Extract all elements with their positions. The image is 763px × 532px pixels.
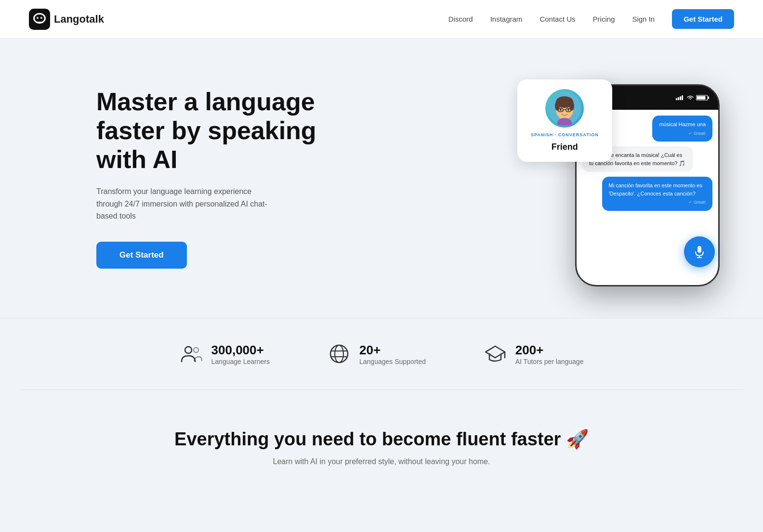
svg-point-10 — [555, 101, 560, 111]
hero-title: Master a language faster by speaking wit… — [96, 88, 328, 174]
hero-section: Master a language faster by speaking wit… — [0, 39, 763, 318]
stat-learners: 300,000+ Language Learners — [180, 342, 270, 365]
logo-link[interactable]: Langotalk — [29, 9, 104, 30]
svg-rect-18 — [676, 98, 677, 100]
hero-visual: SPANISH · CONVERSATION Friend — [522, 75, 705, 282]
svg-point-29 — [194, 348, 198, 352]
message-1: músical Hazme una ✓ Great! — [652, 116, 712, 142]
features-title: Everything you need to become fluent fas… — [29, 428, 734, 450]
stat-tutors: 200+ AI Tutors per language — [484, 342, 584, 365]
pricing-link[interactable]: Pricing — [593, 15, 615, 23]
floating-contact-card: SPANISH · CONVERSATION Friend — [517, 79, 612, 162]
graduation-icon — [484, 342, 507, 365]
navbar: Langotalk Discord Instagram Contact Us P… — [0, 0, 763, 39]
stat-languages-label: Languages Supported — [359, 358, 426, 365]
status-icons — [676, 95, 710, 101]
logo-text: Langotalk — [54, 13, 104, 26]
discord-link[interactable]: Discord — [448, 15, 473, 23]
stat-tutors-text: 200+ AI Tutors per language — [515, 343, 584, 365]
stats-section: 300,000+ Language Learners 20+ Languages… — [0, 318, 763, 389]
nav-links: Discord Instagram Contact Us Pricing Sig… — [448, 9, 734, 29]
svg-point-6 — [41, 17, 42, 18]
stat-languages-number: 20+ — [359, 343, 426, 358]
stat-learners-number: 300,000+ — [211, 343, 270, 358]
card-name: Friend — [552, 142, 578, 152]
svg-point-16 — [567, 109, 569, 111]
hero-content: Master a language faster by speaking wit… — [96, 88, 328, 269]
message-3-text: Mi canción favorita en este momento es '… — [609, 182, 702, 196]
message-1-text: músical Hazme una — [659, 121, 706, 127]
mic-button[interactable] — [684, 236, 715, 267]
message-3: Mi canción favorita en este momento es '… — [602, 177, 713, 211]
message-3-status: ✓ Great! — [609, 199, 706, 206]
svg-point-31 — [335, 345, 343, 363]
stat-tutors-label: AI Tutors per language — [515, 358, 584, 365]
svg-marker-34 — [486, 346, 505, 358]
svg-point-15 — [560, 109, 562, 111]
svg-rect-25 — [697, 246, 701, 253]
battery-icon — [696, 95, 710, 101]
get-started-nav-button[interactable]: Get Started — [672, 9, 734, 29]
stat-tutors-number: 200+ — [515, 343, 584, 358]
contact-link[interactable]: Contact Us — [539, 15, 575, 23]
svg-rect-23 — [708, 97, 710, 99]
svg-point-3 — [37, 17, 39, 19]
features-subtitle: Learn with AI in your preferred style, w… — [29, 457, 734, 466]
svg-rect-24 — [697, 96, 706, 100]
users-icon — [180, 342, 203, 365]
svg-point-5 — [38, 17, 39, 18]
logo-icon — [29, 9, 50, 30]
card-label: SPANISH · CONVERSATION — [531, 132, 599, 137]
signin-link[interactable]: Sign In — [632, 15, 655, 23]
hero-subtitle: Transform your language learning experie… — [96, 185, 279, 222]
svg-point-4 — [40, 17, 42, 19]
svg-rect-19 — [678, 97, 679, 100]
message-1-status: ✓ Great! — [659, 130, 706, 137]
svg-point-28 — [185, 347, 192, 353]
features-section: Everything you need to become fluent fas… — [0, 390, 763, 524]
instagram-link[interactable]: Instagram — [490, 15, 523, 23]
wifi-icon — [686, 95, 694, 100]
svg-point-30 — [330, 345, 348, 363]
stat-languages: 20+ Languages Supported — [328, 342, 426, 365]
get-started-hero-button[interactable]: Get Started — [96, 242, 187, 269]
svg-point-2 — [35, 14, 44, 22]
signal-icon — [676, 95, 684, 100]
svg-rect-20 — [680, 96, 681, 100]
avatar-icon — [548, 91, 581, 125]
svg-rect-21 — [682, 95, 683, 100]
globe-icon — [328, 342, 351, 365]
mic-icon — [693, 245, 706, 259]
avatar — [545, 89, 584, 128]
stat-learners-text: 300,000+ Language Learners — [211, 343, 270, 365]
svg-point-11 — [569, 101, 574, 111]
stat-languages-text: 20+ Languages Supported — [359, 343, 426, 365]
stat-learners-label: Language Learners — [211, 358, 270, 365]
